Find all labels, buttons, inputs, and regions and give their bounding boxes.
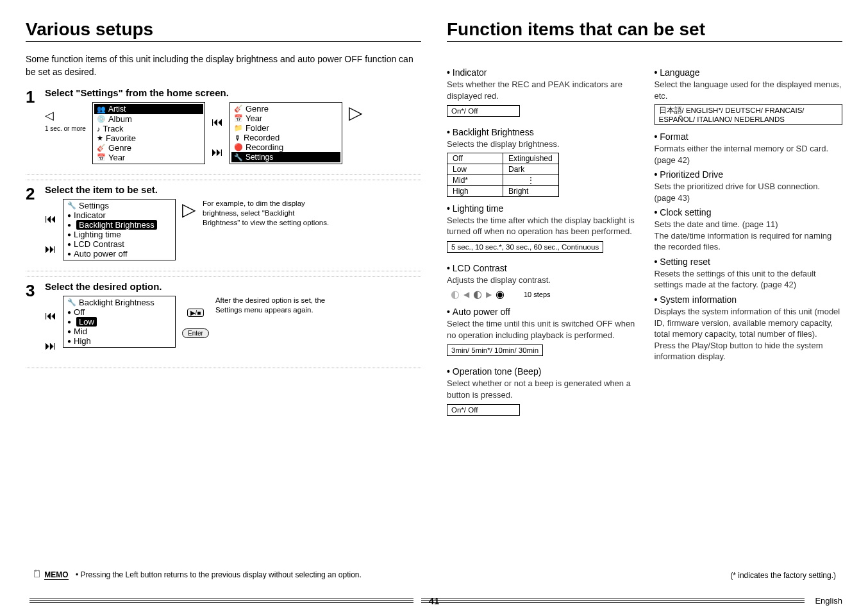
item-backlight-h: Backlight Brightness: [447, 127, 635, 137]
bulb-dark-icon: ◐: [451, 288, 460, 300]
item-autopower-v: 3min/ 5min*/ 10min/ 30min: [447, 344, 543, 356]
item-indicator-h: Indicator: [447, 67, 635, 78]
genre-icon: 🎸: [234, 105, 243, 113]
right-arrow-icon: ▶: [486, 290, 492, 299]
footer-line-left: [29, 599, 413, 604]
skip-fwd-icon: ⏭: [45, 339, 56, 353]
item-autopower-h: Auto power off: [447, 307, 635, 317]
backlight-table: OffExtinguished LowDark Mid*⋮ HighBright: [447, 153, 559, 197]
step-number: 1: [26, 87, 45, 107]
menu-item: Genre: [108, 143, 131, 153]
menu-item: Genre: [246, 104, 269, 114]
item-language-h: Language: [655, 67, 843, 78]
nav-hold-note: 1 sec. or more: [45, 125, 86, 132]
table-cell: ⋮: [503, 174, 559, 185]
menu-item: Lighting time: [74, 230, 121, 239]
bulb-bright-icon: ◉: [496, 288, 505, 300]
home-screen-b: 🎸Genre 📅Year 📁Folder 🎙Recorded 🔴Recordin…: [230, 102, 342, 164]
step-title: Select the desired option.: [45, 281, 421, 292]
step-2: 2 Select the item to be set. ⏮ ⏭ 🔧Settin…: [26, 180, 421, 271]
menu-item: Recording: [246, 142, 283, 152]
genre-icon: 🎸: [97, 144, 106, 152]
menu-item: Mid: [74, 327, 87, 336]
menu-item: Year: [108, 153, 125, 162]
nav-arrows-prev-next: ⏮ ⏭: [212, 108, 223, 166]
item-backlight-d: Selects the display brightness.: [447, 139, 635, 150]
item-sysinfo-d: Displays the system information of this …: [655, 306, 843, 362]
step-3: 3 Select the desired option. ⏮ ⏭ 🔧Backli…: [26, 276, 421, 368]
footer-language: English: [808, 596, 842, 606]
track-icon: ♪: [97, 125, 101, 133]
item-beep-d: Select whether or not a beep is generate…: [447, 378, 635, 400]
item-language-d: Select the language used for the display…: [655, 79, 843, 101]
play-stop-button-icon: ▶/■: [187, 309, 204, 317]
menu-item: Year: [246, 114, 262, 123]
memo-label: MEMO: [44, 570, 68, 580]
item-lcd-d: Adjusts the display contrast.: [447, 275, 635, 286]
table-cell: Extinguished: [503, 153, 559, 164]
left-arrow-icon: ◀: [463, 290, 469, 299]
item-lighting-h: Lighting time: [447, 203, 635, 214]
table-cell: High: [447, 185, 503, 196]
factory-note: (* indicates the factory setting.): [730, 571, 836, 580]
menu-item: Recorded: [244, 133, 280, 142]
item-autopower-d: Select the time until this unit is switc…: [447, 318, 635, 341]
nav-arrows-prev-next: ⏮ ⏭: [45, 205, 56, 263]
table-cell: Mid*: [447, 174, 503, 185]
step-title: Select the item to be set.: [45, 184, 421, 195]
item-clock-h: Clock setting: [655, 207, 843, 217]
item-lcd-h: LCD Contrast: [447, 263, 635, 273]
item-indicator-d: Sets whether the REC and PEAK indicators…: [447, 79, 635, 101]
menu-item: Folder: [246, 123, 269, 133]
memo-text: • Pressing the Left button returns to th…: [76, 570, 362, 579]
settings-icon: 🔧: [67, 298, 76, 307]
item-drive-d: Sets the prioritized drive for USB conne…: [655, 181, 843, 203]
item-format-d: Formats either the internal memory or SD…: [655, 143, 843, 166]
item-lighting-d: Selects the time after which the display…: [447, 215, 635, 237]
menu-item: High: [74, 336, 91, 346]
skip-fwd-icon: ⏭: [45, 242, 56, 256]
left-arrow-icon: ◁: [45, 108, 86, 123]
table-cell: Off: [447, 153, 503, 164]
skip-back-icon: ⏮: [45, 212, 56, 226]
menu-item: LCD Contrast: [74, 239, 124, 249]
footer-line-right: [421, 599, 805, 604]
right-arrow-icon: ▷: [349, 102, 363, 123]
option-screen: 🔧Backlight Brightness ●Off ●Low ●Mid ●Hi…: [63, 296, 176, 348]
year-icon: 📅: [234, 114, 243, 123]
item-format-h: Format: [655, 132, 843, 142]
menu-item: Track: [103, 124, 123, 133]
contrast-steps-label: 10 steps: [524, 291, 551, 298]
table-cell: Bright: [503, 185, 559, 196]
menu-item-selected: Backlight Brightness: [76, 220, 157, 230]
contrast-figure: ◐ ◀ ◐ ▶ ◉ 10 steps: [451, 288, 635, 300]
step-title: Select "Settings" from the home screen.: [45, 87, 421, 98]
recording-icon: 🔴: [234, 143, 243, 151]
menu-item: Auto power off: [74, 249, 128, 259]
settings-icon: 🔧: [67, 201, 76, 210]
page-footer: 41 English: [0, 596, 868, 606]
item-drive-h: Prioritized Drive: [655, 169, 843, 180]
step-number: 3: [26, 281, 45, 301]
item-indicator-v: On*/ Off: [447, 105, 520, 117]
screen-header: Backlight Brightness: [79, 298, 154, 307]
year-icon: 📅: [97, 153, 106, 162]
memo-block: 🗒 MEMO • Pressing the Left button return…: [32, 568, 362, 580]
bulb-mid-icon: ◐: [473, 288, 482, 300]
page-title-right: Function items that can be set: [447, 19, 842, 42]
step-aside-note: After the desired option is set, the Set…: [215, 296, 344, 315]
intro-text: Some function items of this unit includi…: [26, 53, 421, 78]
favorite-icon: ★: [97, 134, 103, 142]
settings-screen: 🔧Settings ●Indicator ●Backlight Brightne…: [63, 199, 176, 260]
enter-button-icon: Enter: [182, 328, 209, 338]
screen-header: Settings: [79, 201, 109, 210]
page-title-left: Various setups: [26, 19, 421, 42]
item-beep-v: On*/ Off: [447, 404, 520, 416]
menu-item: Settings: [246, 153, 273, 162]
home-screen-a: 👥Artist 💿Album ♪Track ★Favorite 🎸Genre 📅…: [92, 102, 205, 164]
nav-arrows-left: ◁ 1 sec. or more: [45, 108, 86, 132]
right-arrow-icon: ▷: [182, 199, 196, 220]
menu-item: Artist: [108, 105, 126, 114]
recorded-icon: 🎙: [234, 134, 241, 142]
item-language-v: 日本語/ ENGLISH*/ DEUTSCH/ FRANCAIS/ ESPAÑO…: [655, 104, 843, 125]
